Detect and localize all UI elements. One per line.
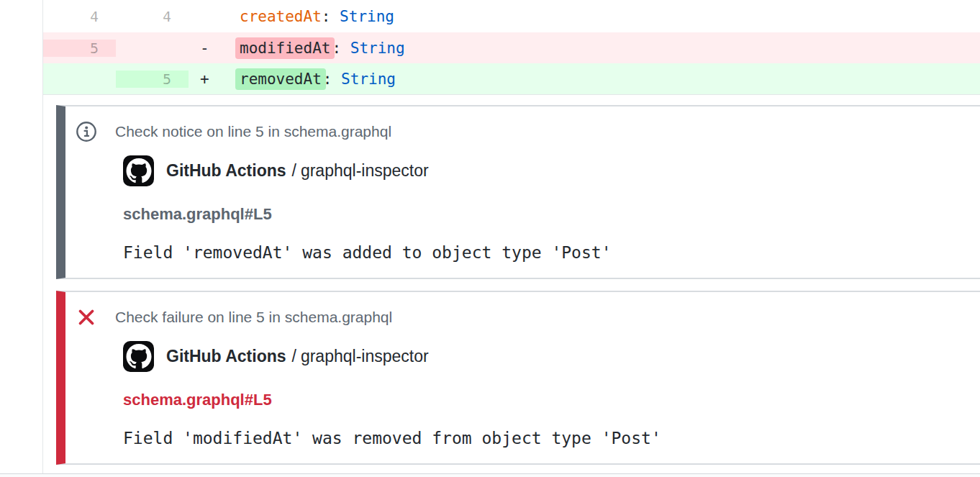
new-line-number[interactable]: 5: [116, 71, 189, 88]
annotation-message: Field 'modifiedAt' was removed from obje…: [123, 428, 968, 448]
annotation-creator: GitHub Actions/graphql-inspector: [123, 341, 968, 372]
creator-workflow-name: graphql-inspector: [301, 347, 429, 365]
type-token: String: [350, 40, 405, 57]
annotation-body: GitHub Actions/graphql-inspector schema.…: [123, 341, 968, 448]
creator-separator: /: [292, 347, 296, 365]
next-section-strip: [0, 473, 980, 477]
old-line-number[interactable]: 4: [43, 8, 116, 25]
code-line: -modifiedAt: String: [189, 40, 980, 57]
x-icon: [76, 306, 97, 328]
annotation-content: Check notice on line 5 in schema.graphql…: [65, 106, 980, 278]
annotation-message: Field 'removedAt' was added to object ty…: [123, 242, 968, 263]
type-token: String: [341, 71, 396, 88]
code-line: +removedAt: String: [189, 71, 980, 88]
diff-marker: +: [189, 71, 240, 88]
creator-name: GitHub Actions/graphql-inspector: [166, 161, 429, 181]
annotation-file-link[interactable]: schema.graphql#L5: [123, 391, 272, 409]
annotation-header: Check notice on line 5 in schema.graphql: [76, 121, 968, 142]
colon-token: :: [323, 71, 341, 88]
diff-file-body: 4 4 createdAt: String 5 -modifiedAt: Str…: [42, 0, 980, 473]
field-token: createdAt: [240, 8, 322, 25]
code-line: createdAt: String: [189, 8, 980, 25]
octocat-icon: [126, 158, 152, 183]
annotation-file-link[interactable]: schema.graphql#L5: [123, 205, 272, 224]
creator-workflow-name: graphql-inspector: [301, 161, 429, 180]
annotation-title: Check notice on line 5 in schema.graphql: [115, 121, 391, 142]
diff-view: 4 4 createdAt: String 5 -modifiedAt: Str…: [43, 0, 980, 94]
diff-marker: -: [189, 40, 240, 57]
new-line-number[interactable]: 4: [116, 8, 189, 25]
check-annotation-notice: Check notice on line 5 in schema.graphql…: [56, 105, 980, 279]
diff-row-deletion: 5 -modifiedAt: String: [43, 32, 980, 63]
added-word-highlight: removedAt: [235, 68, 326, 90]
creator-app-name: GitHub Actions: [166, 161, 286, 180]
old-line-number[interactable]: 5: [43, 40, 116, 57]
diff-marker: [189, 8, 240, 25]
annotation-header: Check failure on line 5 in schema.graphq…: [76, 306, 968, 328]
diff-row-context: 4 4 createdAt: String: [43, 0, 980, 32]
annotation-title: Check failure on line 5 in schema.graphq…: [115, 306, 392, 328]
annotations-section: Check notice on line 5 in schema.graphql…: [43, 94, 980, 473]
annotation-body: GitHub Actions/graphql-inspector schema.…: [123, 155, 968, 263]
diff-row-addition: 5 +removedAt: String: [43, 63, 980, 94]
creator-name: GitHub Actions/graphql-inspector: [166, 347, 429, 366]
pr-diff-screen: 4 4 createdAt: String 5 -modifiedAt: Str…: [0, 0, 980, 477]
colon-token: :: [332, 40, 350, 57]
octocat-icon: [126, 344, 152, 369]
annotation-creator: GitHub Actions/graphql-inspector: [123, 155, 968, 186]
creator-app-name: GitHub Actions: [166, 347, 286, 365]
info-icon: [76, 121, 97, 142]
creator-separator: /: [292, 161, 296, 180]
deleted-word-highlight: modifiedAt: [235, 37, 335, 59]
check-annotation-failure: Check failure on line 5 in schema.graphq…: [56, 291, 980, 465]
github-avatar: [123, 341, 154, 372]
colon-token: :: [322, 8, 340, 25]
annotation-content: Check failure on line 5 in schema.graphq…: [65, 292, 980, 463]
type-token: String: [340, 8, 394, 25]
github-avatar: [123, 155, 154, 186]
